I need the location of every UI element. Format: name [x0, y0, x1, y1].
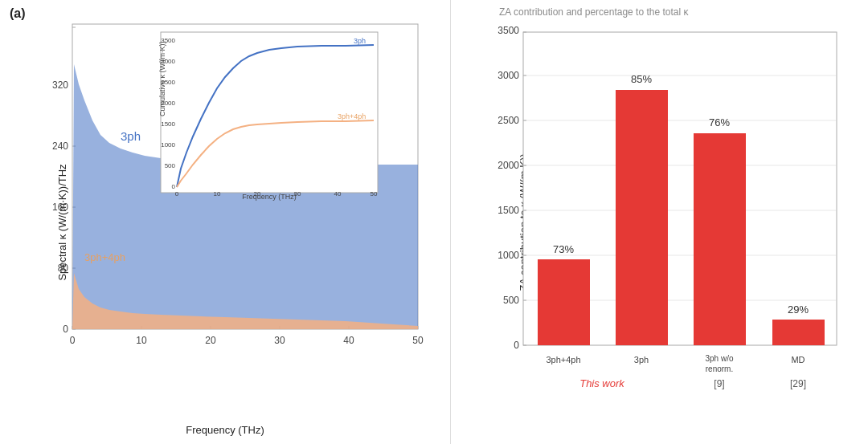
svg-text:2000: 2000 [161, 100, 175, 107]
svg-text:3ph+4ph: 3ph+4ph [338, 112, 366, 120]
svg-text:10: 10 [136, 335, 147, 346]
svg-text:20: 20 [205, 335, 216, 346]
svg-text:3ph+4ph: 3ph+4ph [84, 251, 125, 263]
svg-text:1500: 1500 [161, 120, 175, 128]
left-panel: (a) Spectral κ (W/(m·K))/THz Frequency (… [0, 0, 450, 444]
left-chart-svg: 0 80 160 240 320 0 10 20 30 40 50 [40, 16, 434, 385]
svg-text:10: 10 [214, 190, 221, 198]
svg-text:0: 0 [175, 190, 179, 198]
svg-text:2500: 2500 [497, 115, 519, 126]
svg-text:MD: MD [791, 355, 805, 365]
svg-rect-78 [694, 133, 746, 345]
svg-text:1000: 1000 [161, 141, 175, 149]
svg-text:320: 320 [52, 79, 68, 91]
svg-text:3ph+4ph: 3ph+4ph [546, 355, 580, 365]
svg-text:[29]: [29] [790, 378, 806, 389]
svg-text:3ph: 3ph [354, 37, 366, 45]
svg-text:0: 0 [63, 324, 68, 335]
svg-text:3000: 3000 [161, 58, 175, 65]
svg-rect-72 [538, 259, 590, 345]
svg-text:3500: 3500 [161, 37, 175, 44]
svg-text:29%: 29% [788, 303, 809, 316]
svg-text:Frequency (THz): Frequency (THz) [242, 193, 297, 201]
svg-text:85%: 85% [631, 73, 652, 85]
svg-text:500: 500 [165, 162, 176, 169]
svg-text:2000: 2000 [497, 160, 519, 171]
svg-text:[9]: [9] [714, 378, 724, 389]
svg-text:50: 50 [412, 335, 424, 346]
svg-rect-82 [772, 320, 825, 345]
svg-text:0: 0 [172, 183, 176, 190]
svg-text:80: 80 [58, 263, 69, 274]
svg-text:3ph: 3ph [634, 355, 649, 365]
svg-text:40: 40 [343, 335, 354, 346]
svg-text:0: 0 [514, 340, 519, 351]
right-panel-title: ZA contribution and percentage to the to… [499, 6, 689, 18]
svg-text:3500: 3500 [497, 25, 519, 36]
svg-text:30: 30 [274, 335, 285, 346]
svg-text:50: 50 [371, 190, 378, 198]
svg-text:73%: 73% [553, 243, 574, 255]
svg-text:500: 500 [503, 295, 519, 306]
svg-text:40: 40 [334, 190, 342, 198]
svg-text:160: 160 [52, 202, 68, 213]
svg-text:1000: 1000 [497, 250, 519, 261]
left-x-axis-label: Frequency (THz) [186, 424, 264, 436]
svg-text:1500: 1500 [497, 205, 519, 216]
svg-text:30: 30 [294, 190, 301, 198]
svg-text:0: 0 [70, 335, 76, 346]
panel-label: (a) [10, 6, 26, 21]
svg-text:3ph w/o: 3ph w/o [705, 354, 733, 363]
svg-text:76%: 76% [709, 116, 730, 128]
svg-text:renorm.: renorm. [706, 365, 733, 373]
svg-text:3ph: 3ph [121, 129, 141, 143]
svg-rect-75 [616, 90, 668, 345]
svg-text:20: 20 [254, 190, 261, 198]
svg-text:3000: 3000 [497, 70, 519, 81]
svg-text:2500: 2500 [161, 79, 175, 86]
svg-text:240: 240 [52, 141, 68, 152]
right-panel: ZA contribution and percentage to the to… [450, 0, 868, 444]
svg-text:This work: This work [579, 377, 625, 389]
right-chart-svg: 0 500 1000 1500 2000 2500 3000 3500 73% … [491, 24, 853, 401]
